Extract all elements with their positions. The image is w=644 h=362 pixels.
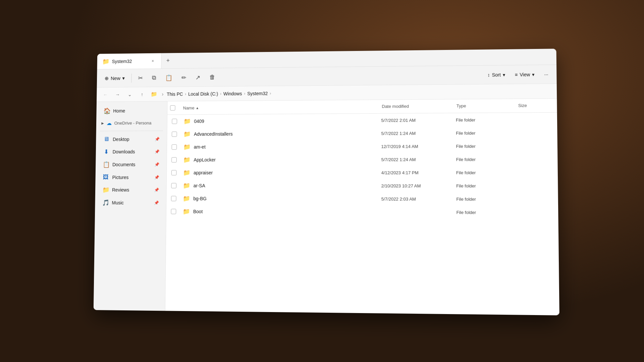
table-row[interactable]: 📁 appraiser 4/12/2023 4:17 PM File folde… (167, 166, 557, 179)
music-icon: 🎵 (102, 199, 109, 206)
breadcrumb-sep-3: › (244, 91, 245, 96)
back-button[interactable]: ← (101, 89, 110, 99)
row-name: am-et (194, 144, 206, 149)
row-checkbox[interactable] (172, 144, 177, 150)
pictures-icon: 🖼 (103, 174, 109, 181)
row-name-cell: 📁 bg-BG (180, 193, 379, 205)
header-type-col[interactable]: Type (454, 102, 516, 110)
tab-title: System32 (112, 58, 147, 64)
row-checkbox[interactable] (172, 131, 177, 137)
row-date: 4/12/2023 4:17 PM (379, 168, 453, 177)
breadcrumb-localdisk[interactable]: Local Disk (C:) (188, 91, 218, 97)
sidebar: 🏠 Home ▶ ☁ OneDrive - Persona 🖥 Desktop … (94, 102, 168, 311)
breadcrumb-windows[interactable]: Windows (223, 91, 242, 96)
size-col-label: Size (518, 103, 527, 108)
row-size (515, 144, 557, 148)
file-rows-container: 📁 0409 5/7/2022 2:01 AM File folder 📁 Ad… (166, 113, 558, 219)
sidebar-onedrive-group[interactable]: ▶ ☁ OneDrive - Persona (96, 117, 167, 129)
row-checkbox[interactable] (171, 170, 177, 175)
tab-system32[interactable]: 📁 System32 × (97, 53, 161, 69)
cut-button[interactable]: ✂ (134, 72, 147, 83)
sidebar-item-pictures[interactable]: 🖼 Pictures 📌 (97, 171, 164, 183)
table-row[interactable]: 📁 0409 5/7/2022 2:01 AM File folder (168, 113, 557, 128)
sidebar-label-home: Home (113, 108, 125, 114)
sidebar-divider (100, 131, 163, 131)
sidebar-item-home[interactable]: 🏠 Home (98, 104, 165, 117)
row-date (379, 210, 454, 215)
row-name-cell: 📁 ar-SA (180, 180, 379, 191)
folder-icon: 📁 (183, 118, 191, 125)
forward-button[interactable]: → (113, 89, 122, 99)
row-size (515, 117, 556, 122)
table-row[interactable]: 📁 am-et 12/7/2019 4:14 AM File folder (168, 139, 557, 153)
table-row[interactable]: 📁 bg-BG 5/7/2022 2:03 AM File folder (167, 192, 557, 206)
folder-icon: 📁 (183, 143, 191, 151)
sidebar-label-downloads: Downloads (113, 149, 135, 155)
sidebar-item-desktop[interactable]: 🖥 Desktop 📌 (98, 133, 165, 145)
rename-button[interactable]: ✏ (177, 72, 190, 83)
paste-button[interactable]: 📋 (161, 72, 176, 83)
row-checkbox[interactable] (171, 196, 176, 201)
folder-icon: 📁 (183, 182, 190, 189)
row-checkbox[interactable] (171, 157, 177, 163)
tab-close-button[interactable]: × (150, 58, 156, 64)
new-button[interactable]: ⊕ New ▾ (101, 73, 129, 83)
header-date-col[interactable]: Date modified (379, 102, 453, 111)
row-checkbox[interactable] (171, 209, 176, 214)
breadcrumb-system32[interactable]: System32 (247, 90, 268, 96)
table-row[interactable]: 📁 AppLocker 5/7/2022 1:24 AM File folder (167, 153, 557, 166)
row-checkbox[interactable] (172, 119, 177, 124)
sidebar-item-documents[interactable]: 📋 Documents 📌 (98, 158, 165, 171)
share-button[interactable]: ↗ (192, 72, 204, 83)
table-row[interactable]: 📁 AdvancedInstallers 5/7/2022 1:24 AM Fi… (168, 126, 556, 140)
row-name-cell: 📁 appraiser (180, 167, 379, 178)
new-label: New (111, 75, 120, 81)
row-name: 0409 (194, 119, 204, 124)
copy-icon: ⧉ (152, 74, 156, 81)
onedrive-icon: ☁ (107, 120, 112, 126)
row-type: File folder (453, 194, 516, 204)
row-name-cell: 📁 am-et (181, 141, 379, 153)
table-row[interactable]: 📁 ar-SA 2/10/2023 10:27 AM File folder (167, 179, 557, 192)
row-type: File folder (453, 181, 516, 190)
view-chevron-icon: ▾ (532, 72, 534, 77)
more-icon: ··· (544, 71, 548, 77)
view-button[interactable]: ≡ View ▾ (511, 70, 539, 79)
row-date: 12/7/2019 4:14 AM (378, 142, 453, 151)
row-checkbox[interactable] (171, 183, 176, 188)
header-size-col[interactable]: Size (516, 101, 557, 110)
new-tab-button[interactable]: + (161, 53, 174, 68)
music-pin-icon: 📌 (154, 200, 159, 205)
sidebar-label-reviews: Reviews (112, 187, 129, 193)
delete-button[interactable]: 🗑 (206, 72, 219, 83)
row-name-cell: 📁 Boot (180, 206, 379, 218)
paste-icon: 📋 (165, 74, 172, 81)
view-label: View (520, 72, 530, 77)
row-name: AppLocker (194, 157, 216, 163)
breadcrumb-thispc[interactable]: This PC (167, 91, 183, 97)
reviews-pin-icon: 📌 (154, 188, 159, 192)
row-checkbox-cell (168, 117, 181, 126)
header-name-col[interactable]: Name ▲ (180, 103, 379, 112)
folder-icon: 📁 (183, 130, 191, 138)
breadcrumb: This PC › Local Disk (C:) › Windows › Sy… (167, 90, 271, 97)
sidebar-label-documents: Documents (112, 162, 135, 167)
select-all-checkbox[interactable] (170, 105, 175, 111)
name-sort-arrow: ▲ (196, 106, 199, 110)
history-button[interactable]: ⌄ (125, 89, 135, 99)
table-row[interactable]: 📁 Boot File folder (167, 205, 558, 219)
copy-button[interactable]: ⧉ (148, 72, 160, 83)
up-button[interactable]: ↑ (137, 89, 147, 99)
tab-folder-icon: 📁 (102, 58, 109, 65)
row-size (516, 184, 557, 188)
row-size (516, 210, 558, 215)
more-button[interactable]: ··· (540, 69, 552, 79)
row-type: File folder (453, 207, 516, 217)
sidebar-item-downloads[interactable]: ⬇ Downloads 📌 (98, 145, 165, 158)
row-date: 2/10/2023 10:27 AM (379, 181, 453, 190)
view-icon: ≡ (515, 72, 518, 77)
sort-button[interactable]: ↕ Sort ▾ (483, 70, 509, 79)
sidebar-item-music[interactable]: 🎵 Music 📌 (97, 196, 164, 209)
sidebar-item-reviews[interactable]: 📁 Reviews 📌 (97, 184, 164, 196)
row-date: 5/7/2022 2:03 AM (379, 194, 454, 204)
